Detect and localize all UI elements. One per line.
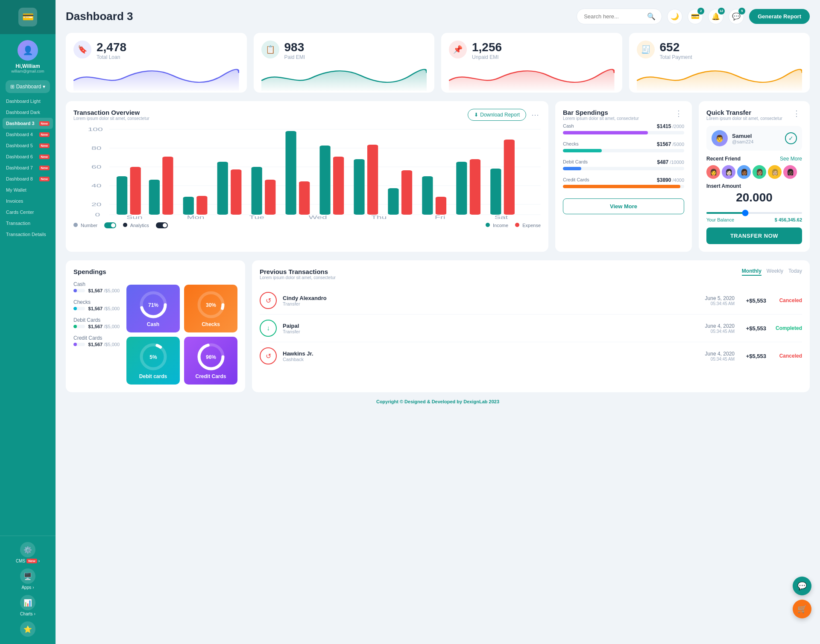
sidebar-bottom-cms[interactable]: ⚙️ CMSNew›: [0, 539, 56, 566]
friend-avatar-4[interactable]: 👩🏼: [768, 165, 782, 179]
svg-text:20: 20: [91, 202, 101, 207]
svg-rect-31: [319, 146, 330, 215]
spending-category-cash: Cash $1,567 /$5,000: [73, 281, 120, 293]
trans-tab-weekly[interactable]: Weekly: [767, 268, 783, 276]
friend-avatar-5[interactable]: 👩🏿: [783, 165, 797, 179]
cms-icon: ⚙️: [20, 542, 35, 557]
spending-max: /10000: [670, 160, 684, 165]
svg-text:Tue: Tue: [249, 215, 264, 219]
bar-spendings-header: Bar Spendings Lorem ipsum dolor sit amet…: [563, 109, 684, 121]
balance-row: Your Balance $ 456,345.62: [706, 217, 802, 222]
friend-avatar-3[interactable]: 👩🏽: [753, 165, 766, 179]
bar-spendings-more-icon[interactable]: ⋮: [673, 109, 684, 118]
sidebar-bottom-[interactable]: ⭐: [0, 619, 56, 641]
transfer-check-icon[interactable]: ✓: [785, 132, 797, 144]
quick-transfer-more-icon[interactable]: ⋮: [791, 109, 802, 118]
more-options-icon[interactable]: ⋯: [530, 110, 541, 119]
sidebar-bottom-charts[interactable]: 📊 Charts›: [0, 592, 56, 619]
trans-tab-today[interactable]: Today: [788, 268, 802, 276]
sidebar-item-invoices[interactable]: Invoices: [3, 195, 53, 207]
number-toggle[interactable]: [104, 222, 116, 228]
sidebar-item-my-wallet[interactable]: My Wallet: [3, 184, 53, 195]
progress-bar: [563, 131, 684, 134]
recent-friends-header: Recent Friend See More: [706, 156, 802, 162]
generate-report-button[interactable]: Generate Report: [749, 9, 810, 24]
chevron-down-icon: ▾: [43, 84, 45, 90]
chart-actions: ⬇ Download Report ⋯: [468, 109, 541, 121]
sidebar-item-dashboard-3[interactable]: Dashboard 3New: [3, 118, 53, 129]
insert-amount-label: Insert Amount: [706, 183, 802, 189]
balance-label: Your Balance: [706, 217, 734, 222]
amount-slider[interactable]: [706, 212, 802, 214]
category-value: $1,567: [88, 324, 103, 329]
stat-label: Paid EMI: [284, 54, 305, 60]
bar-chart-area: 100 80 60 40 20 0 Sun Mon Tue: [73, 125, 541, 219]
badge-new: New: [39, 177, 50, 181]
card-header: Transaction Overview Lorem ipsum dolor s…: [73, 109, 541, 121]
transaction-item: ↺ Hawkins Jr. Cashback June 4, 2020 05:3…: [260, 342, 802, 370]
sidebar-item-dashboard-light[interactable]: Dashboard Light: [3, 96, 53, 107]
sidebar-item-dashboard-8[interactable]: Dashboard 8New: [3, 173, 53, 184]
transfer-now-button[interactable]: TRANSFER NOW: [706, 227, 802, 244]
spending-max: /4000: [672, 178, 684, 183]
trans-tab-monthly[interactable]: Monthly: [742, 268, 761, 276]
prev-transactions-title: Previous Transactions: [260, 268, 336, 275]
spending-category-debit-cards: Debit Cards $1,567 /$5,000: [73, 317, 120, 329]
card-btn[interactable]: 💳 2: [688, 9, 703, 24]
stat-card-paid-emi: 📋 983 Paid EMI: [254, 33, 435, 93]
search-icon: 🔍: [647, 12, 656, 20]
dashboard-dropdown-btn[interactable]: ⊞ Dashboard ▾: [6, 80, 50, 93]
spending-row-debit-cards: Debit Cards $487 /10000: [563, 159, 684, 170]
progress-fill: [563, 131, 648, 134]
moon-icon: 🌙: [671, 12, 679, 20]
chat-btn[interactable]: 💬 5: [729, 9, 744, 24]
bell-btn[interactable]: 🔔 12: [708, 9, 723, 24]
sidebar-item-dashboard-7[interactable]: Dashboard 7New: [3, 162, 53, 173]
see-more-link[interactable]: See More: [780, 156, 802, 162]
spendings-overview-card: Spendings Cash $1,567 /$5,000 Checks $1,…: [66, 260, 245, 392]
cart-fab[interactable]: 🛒: [793, 600, 811, 618]
sidebar-item-dashboard-5[interactable]: Dashboard 5New: [3, 140, 53, 151]
spending-row-checks: Checks $1567 /5000: [563, 141, 684, 152]
sidebar-item-transaction-details[interactable]: Transaction Details: [3, 229, 53, 240]
fab-buttons: 💬 🛒: [793, 577, 811, 618]
sidebar-bottom-apps[interactable]: 🖥️ Apps›: [0, 566, 56, 592]
transactions-list: ↺ Cindy Alexandro Transfer June 5, 2020 …: [260, 287, 802, 370]
trans-date: June 4, 2020 05:34:45 AM: [705, 351, 735, 361]
stats-row: 🔖 2,478 Total Loan 📋 983 Paid EMI: [66, 33, 810, 93]
svg-text:Sat: Sat: [495, 215, 508, 219]
sidebar-item-dashboard-4[interactable]: Dashboard 4New: [3, 129, 53, 140]
expense-legend: Expense: [515, 223, 541, 228]
friend-avatar-2[interactable]: 👩🏾: [737, 165, 751, 179]
stat-icon: 🧾: [637, 41, 655, 58]
number-legend: Number: [73, 223, 97, 228]
sidebar-item-cards-center[interactable]: Cards Center: [3, 207, 53, 218]
search-bar[interactable]: 🔍: [577, 9, 662, 24]
stat-label: Unpaid EMI: [472, 54, 502, 60]
stat-value: 2,478: [97, 41, 126, 54]
analytics-toggle[interactable]: [156, 222, 168, 228]
donut-card-checks: 30% Checks: [184, 285, 237, 332]
main-content: Dashboard 3 🔍 🌙 💳 2 🔔 12 💬 5 Generate Re…: [56, 0, 820, 644]
friend-avatar-0[interactable]: 👩: [706, 165, 720, 179]
sidebar-item-dashboard-6[interactable]: Dashboard 6New: [3, 151, 53, 162]
footer: Copyright © Designed & Developed by Dexi…: [66, 392, 810, 406]
chat-fab[interactable]: 💬: [793, 577, 811, 595]
insert-amount-section: Insert Amount 20.000 Your Balance $ 456,…: [706, 183, 802, 222]
spending-row-credit-cards: Credit Cards $3890 /4000: [563, 177, 684, 188]
sidebar-item-transaction[interactable]: Transaction: [3, 218, 53, 229]
transaction-item: ↺ Cindy Alexandro Transfer June 5, 2020 …: [260, 287, 802, 315]
view-more-button[interactable]: View More: [563, 198, 684, 214]
donut-label: Credit Cards: [195, 373, 226, 379]
spending-label: Cash: [563, 123, 574, 129]
search-input[interactable]: [584, 13, 644, 20]
svg-text:60: 60: [91, 165, 101, 169]
donut-svg: 30%: [196, 290, 226, 320]
download-report-button[interactable]: ⬇ Download Report: [468, 109, 526, 121]
moon-btn[interactable]: 🌙: [667, 9, 682, 24]
chat-badge: 5: [738, 8, 745, 15]
sidebar-item-dashboard-dark[interactable]: Dashboard Dark: [3, 107, 53, 118]
friend-avatar-1[interactable]: 👩🏻: [722, 165, 735, 179]
donut-card-cash: 71% Cash: [126, 285, 180, 332]
category-label: Credit Cards: [73, 335, 120, 341]
